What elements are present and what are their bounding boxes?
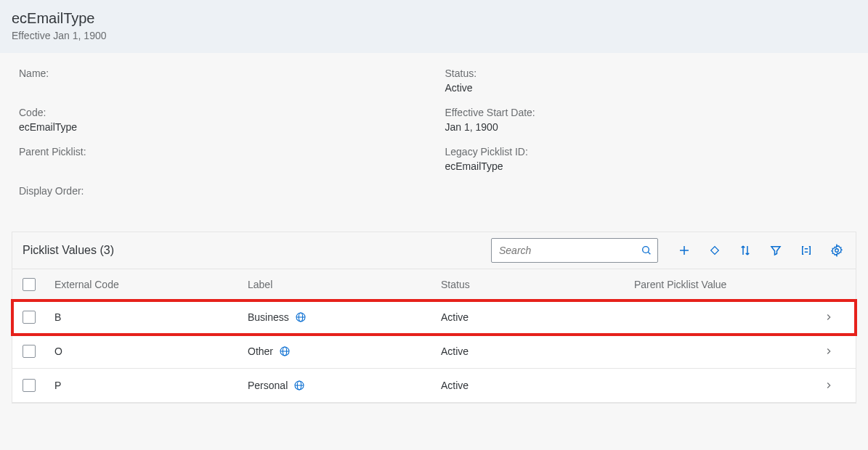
search-field	[491, 238, 658, 263]
cell-external-code: P	[54, 380, 248, 391]
page-header: ecEmailType Effective Jan 1, 1900	[0, 0, 868, 53]
svg-line-1	[648, 252, 650, 254]
globe-icon[interactable]	[295, 311, 307, 323]
field-label: Display Order:	[19, 185, 423, 197]
field-name: Name:	[19, 68, 423, 94]
cell-status: Active	[441, 311, 634, 323]
cell-status: Active	[441, 345, 634, 357]
page-title: ecEmailType	[12, 10, 856, 27]
svg-point-0	[643, 247, 649, 253]
field-value: Active	[445, 82, 850, 94]
table-row[interactable]: PPersonalActive	[12, 369, 856, 403]
field-status: Status: Active	[445, 68, 850, 94]
field-label: Status:	[445, 68, 850, 79]
filter-icon[interactable]	[767, 242, 784, 259]
globe-icon[interactable]	[279, 345, 291, 357]
field-code: Code: ecEmailType	[19, 107, 423, 133]
field-label: Parent Picklist:	[19, 146, 423, 158]
field-value: ecEmailType	[445, 160, 850, 172]
table-row[interactable]: BBusinessActive	[12, 300, 856, 335]
diamond-icon[interactable]	[706, 242, 723, 259]
cell-external-code: B	[54, 311, 248, 323]
cell-status: Active	[441, 380, 634, 391]
field-label: Name:	[19, 68, 423, 79]
select-all-checkbox[interactable]	[23, 278, 36, 291]
row-nav-icon[interactable]	[824, 380, 845, 390]
field-effective-start-date: Effective Start Date: Jan 1, 1900	[445, 107, 850, 133]
search-input[interactable]	[491, 238, 658, 263]
field-display-order: Display Order:	[19, 185, 423, 210]
column-external-code: External Code	[54, 279, 248, 290]
cell-external-code: O	[54, 345, 248, 357]
field-label: Legacy Picklist ID:	[445, 146, 850, 158]
cell-label: Business	[248, 311, 441, 323]
table-body: BBusinessActiveOOtherActivePPersonalActi…	[12, 300, 856, 403]
cell-label: Other	[248, 345, 441, 357]
column-label: Label	[248, 279, 441, 290]
add-button[interactable]	[676, 242, 693, 259]
field-value: Jan 1, 1900	[445, 121, 850, 133]
row-nav-icon[interactable]	[824, 312, 845, 322]
field-label: Code:	[19, 107, 423, 118]
table-header-row: External Code Label Status Parent Pickli…	[12, 269, 856, 300]
toolbar-actions	[676, 242, 845, 259]
globe-icon[interactable]	[293, 380, 305, 391]
field-legacy-picklist-id: Legacy Picklist ID: ecEmailType	[445, 146, 850, 172]
cell-label: Personal	[248, 380, 441, 391]
picklist-values-panel: Picklist Values (3)	[12, 232, 856, 404]
row-nav-icon[interactable]	[824, 346, 845, 356]
svg-rect-4	[711, 247, 719, 255]
sort-icon[interactable]	[737, 242, 754, 259]
panel-title: Picklist Values (3)	[23, 244, 114, 257]
column-status: Status	[441, 279, 634, 290]
field-parent-picklist: Parent Picklist:	[19, 146, 423, 172]
row-checkbox[interactable]	[23, 311, 36, 324]
svg-point-7	[835, 249, 839, 253]
settings-icon[interactable]	[828, 242, 845, 259]
row-checkbox[interactable]	[23, 379, 36, 392]
field-value: ecEmailType	[19, 121, 423, 133]
details-icon[interactable]	[798, 242, 815, 259]
row-checkbox[interactable]	[23, 345, 36, 358]
table-row[interactable]: OOtherActive	[12, 335, 856, 369]
column-parent-picklist-value: Parent Picklist Value	[634, 279, 824, 290]
search-icon[interactable]	[639, 243, 654, 258]
panel-toolbar: Picklist Values (3)	[12, 232, 856, 269]
details-section: Name: Status: Active Code: ecEmailType E…	[0, 53, 868, 232]
page-subtitle: Effective Jan 1, 1900	[12, 30, 856, 41]
field-label: Effective Start Date:	[445, 107, 850, 118]
